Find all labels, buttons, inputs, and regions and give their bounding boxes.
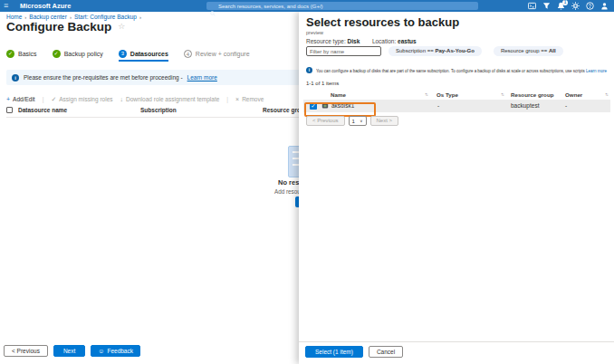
next-button[interactable]: Next: [53, 345, 85, 357]
panel-filter-row: Subscription == Pay-As-You-Go Resource g…: [306, 46, 563, 56]
remove-button[interactable]: × Remove: [235, 96, 264, 102]
info-icon: i: [12, 74, 19, 81]
panel-footer-divider: [299, 341, 614, 342]
banner-learn-more-link[interactable]: Learn more: [187, 74, 217, 81]
notifications-bell-icon[interactable]: 1: [557, 2, 565, 10]
resource-owner: -: [565, 102, 567, 109]
search-icon: [210, 4, 216, 9]
breadcrumb-separator: ›: [139, 14, 141, 20]
add-edit-button[interactable]: + Add/Edit: [6, 96, 35, 102]
plus-icon: +: [6, 96, 10, 102]
wizard-steps: ✓ Basics ✓ Backup policy 3 Datasources 4…: [6, 50, 250, 62]
info-icon: i: [306, 67, 312, 73]
items-count: 1-1 of 1 items: [306, 81, 339, 86]
table-row-aksdisk1[interactable]: ✓ aksdisk1 - backuptest -: [303, 100, 610, 112]
favorite-star-icon[interactable]: ☆: [118, 22, 125, 31]
sort-icon[interactable]: ↑↓: [501, 91, 504, 97]
select-items-button[interactable]: Select (1 item): [305, 346, 363, 358]
remove-x-icon: ×: [235, 96, 239, 102]
panel-title: Select resources to backup: [306, 15, 459, 29]
resource-type-value: Disk: [348, 38, 360, 44]
tab-review-configure[interactable]: 4 Review + configure: [184, 50, 250, 62]
panel-actions: Select (1 item) Cancel: [305, 346, 403, 358]
sort-icon[interactable]: ↑↓: [605, 91, 608, 97]
breadcrumb-backup-center[interactable]: Backup center: [29, 14, 67, 20]
page-number-select[interactable]: 1 ∨: [349, 116, 367, 126]
cloud-shell-icon[interactable]: [528, 2, 536, 10]
resource-name: aksdisk1: [331, 102, 354, 109]
step-complete-icon: ✓: [6, 50, 14, 58]
breadcrumb-home[interactable]: Home: [6, 14, 22, 20]
cancel-button[interactable]: Cancel: [369, 346, 403, 358]
column-os-type: Os Type: [437, 91, 458, 98]
pagination: < Previous 1 ∨ Next >: [306, 116, 398, 126]
wizard-footer: < Previous Next ☺ Feedback: [4, 345, 140, 357]
select-all-checkbox[interactable]: [6, 107, 13, 113]
column-datasource-name: Datasource name: [18, 107, 67, 113]
azure-top-bar: ≡ Microsoft Azure 1: [0, 0, 614, 12]
brand-title: Microsoft Azure: [20, 0, 71, 12]
resource-type-label: Resource type:: [306, 38, 346, 44]
help-icon[interactable]: [586, 2, 594, 10]
select-resources-panel: Select resources to backup preview Resou…: [299, 12, 614, 364]
column-owner: Owner: [565, 91, 582, 98]
location-label: Location:: [372, 38, 396, 44]
resource-os-type: -: [437, 102, 439, 109]
search-input[interactable]: [218, 4, 463, 9]
smiley-feedback-icon: ☺: [98, 346, 104, 356]
datasource-toolbar: + Add/Edit | ✓ Assign missing roles ↓ Do…: [6, 94, 264, 104]
panel-meta: Resource type: Disk Location: eastus: [306, 38, 417, 44]
resource-resource-group: backuptest: [511, 102, 539, 109]
chevron-down-icon: ∨: [360, 119, 362, 123]
banner-text: Please ensure the pre-requisites are met…: [24, 74, 183, 81]
topbar-icon-group: 1: [528, 0, 609, 12]
assign-missing-roles-button[interactable]: ✓ Assign missing roles: [51, 96, 112, 103]
panel-info-text: You can configure a backup of disks that…: [316, 68, 585, 73]
tab-backup-policy[interactable]: ✓ Backup policy: [53, 50, 103, 62]
settings-gear-icon[interactable]: [571, 2, 580, 10]
previous-button[interactable]: < Previous: [4, 345, 48, 357]
hamburger-menu-icon[interactable]: ≡: [4, 0, 8, 12]
tab-datasources[interactable]: 3 Datasources: [119, 50, 168, 62]
download-icon: ↓: [120, 96, 124, 102]
panel-learn-more-link[interactable]: Learn more: [586, 68, 607, 73]
row-checkbox-checked[interactable]: ✓: [310, 102, 317, 110]
subscription-filter-pill[interactable]: Subscription == Pay-As-You-Go: [389, 46, 482, 56]
column-name: Name: [331, 91, 346, 98]
preview-badge: preview: [306, 30, 323, 35]
column-resource-group: Resource group: [511, 91, 553, 98]
feedback-button[interactable]: ☺ Feedback: [91, 345, 140, 357]
step-complete-icon: ✓: [53, 50, 61, 58]
check-icon: ✓: [51, 96, 56, 103]
tab-basics[interactable]: ✓ Basics: [6, 50, 37, 62]
breadcrumb: Home›Backup center›Start: Configure Back…: [6, 14, 144, 20]
disk-icon: [321, 102, 329, 110]
location-value: eastus: [398, 38, 417, 44]
toolbar-divider: |: [226, 96, 228, 102]
pagination-next-button[interactable]: Next >: [370, 116, 399, 126]
filter-by-name-input[interactable]: [306, 46, 381, 56]
directory-filter-icon[interactable]: [542, 2, 551, 10]
page-title: Configure Backup☆: [6, 20, 125, 34]
column-subscription: Subscription: [140, 107, 177, 113]
step-number-icon: 3: [119, 50, 127, 58]
breadcrumb-configure-backup[interactable]: Start: Configure Backup: [74, 14, 137, 20]
resource-group-filter-pill[interactable]: Resource group == All: [494, 46, 563, 56]
notification-badge: 1: [562, 0, 568, 5]
sort-icon[interactable]: ↑↓: [425, 91, 427, 97]
download-role-template-button[interactable]: ↓ Download role assignment template: [120, 96, 220, 102]
toolbar-divider: |: [43, 96, 44, 102]
avatar-icon[interactable]: [600, 2, 609, 10]
panel-info-note: i You can configure a backup of disks th…: [306, 67, 610, 73]
global-search[interactable]: [206, 2, 478, 10]
step-number-icon: 4: [184, 50, 192, 58]
pagination-previous-button[interactable]: < Previous: [306, 116, 345, 126]
